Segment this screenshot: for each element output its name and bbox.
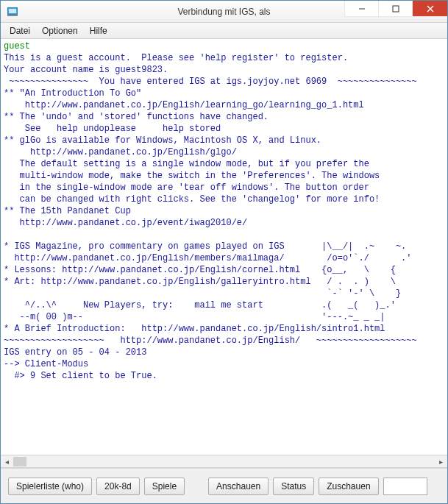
horizontal-scrollbar[interactable]: ◂ ▸ [1, 455, 447, 467]
terminal-line: ~~~~~~~~~~~~~~~~~~~ http://www.pandanet.… [4, 336, 417, 346]
app-window: Verbindung mit IGS, als Datei Optionen H… [0, 0, 448, 504]
titlebar: Verbindung mit IGS, als [1, 1, 447, 23]
close-button[interactable] [412, 1, 447, 17]
scrollbar-thumb[interactable] [13, 457, 26, 466]
terminal-line: http://www.pandanet.co.jp/English/glgo/ [4, 147, 237, 157]
games-button[interactable]: Spiele [144, 478, 185, 495]
terminal-line: See help undoplease help stored [4, 124, 221, 134]
terminal-line: can be changed with right clicks. See th… [4, 194, 380, 205]
watch-button[interactable]: Anschauen [208, 478, 269, 495]
svg-rect-1 [7, 15, 18, 16]
scroll-left-icon[interactable]: ◂ [1, 455, 13, 468]
terminal-line: IGS entry on 05 - 04 - 2013 [4, 347, 146, 358]
minimize-button[interactable] [344, 1, 378, 17]
window-controls [344, 1, 447, 17]
scrollbar-track[interactable] [13, 455, 435, 468]
content-area: guest This is a guest account. Please se… [1, 39, 447, 468]
terminal-line: This is a guest account. Please see 'hel… [4, 53, 348, 63]
terminal-line: ~~~~~~~~~~~~~~~ You have entered IGS at … [4, 77, 417, 87]
rank-range-button[interactable]: 20k-8d [96, 478, 140, 495]
terminal-line: in the single-window mode are 'tear off … [4, 182, 369, 193]
terminal-line: ** The 15th Pandanet Cup [4, 206, 131, 216]
menu-help[interactable]: Hilfe [84, 24, 113, 38]
terminal-line: http://www.pandanet.co.jp/English/learni… [4, 100, 364, 110]
svg-rect-4 [393, 6, 399, 12]
terminal-line: Your account name is guest9823. [4, 65, 168, 75]
terminal-line: multi-window mode, make the switch in th… [4, 171, 380, 181]
terminal-line: * A Brief Introduction: http://www.panda… [4, 324, 385, 334]
maximize-button[interactable] [378, 1, 412, 17]
terminal-line: ^/..\^ New Players, try: mail me start .… [4, 300, 396, 310]
observe-button[interactable]: Zuschauen [319, 478, 378, 495]
app-icon [7, 6, 18, 18]
svg-rect-2 [9, 9, 16, 13]
terminal-line: --m( 00 )m-- '---.~_ _ _| [4, 312, 385, 322]
playerlist-button[interactable]: Spielerliste (who) [8, 478, 92, 495]
terminal-line: The default setting is a single window m… [4, 159, 369, 169]
status-button[interactable]: Status [273, 478, 314, 495]
scroll-right-icon[interactable]: ▸ [435, 455, 447, 468]
terminal-line: ** The 'undo' and 'stored' functions hav… [4, 112, 269, 122]
menu-file[interactable]: Datei [4, 24, 36, 38]
terminal-line: ** "An Introduction To Go" [4, 88, 141, 99]
menu-options[interactable]: Optionen [36, 24, 84, 38]
terminal-line: --> Client-Modus [4, 359, 88, 369]
terminal-line: * IGS Magazine, pro commentary on games … [4, 241, 406, 252]
terminal-line: #> 9 Set client to be True. [4, 371, 157, 381]
menubar: Datei Optionen Hilfe [1, 23, 447, 39]
observe-input[interactable] [383, 478, 427, 495]
terminal-line: `-` '-' \ } [4, 288, 401, 299]
bottom-toolbar: Spielerliste (who) 20k-8d Spiele Anschau… [1, 468, 447, 503]
terminal-line: http://www.pandanet.co.jp/event/iwag2010… [4, 218, 247, 228]
terminal-line: * Lessons: http://www.pandanet.co.jp/Eng… [4, 265, 396, 275]
terminal-line: http://www.pandanet.co.jp/English/member… [4, 253, 412, 263]
guest-prompt: guest [4, 41, 30, 52]
terminal-output: guest This is a guest account. Please se… [4, 40, 444, 454]
terminal-line: * Art: http://www.pandanet.co.jp/English… [4, 277, 396, 287]
terminal-line: ** glGo is available for Windows, Macint… [4, 135, 321, 146]
